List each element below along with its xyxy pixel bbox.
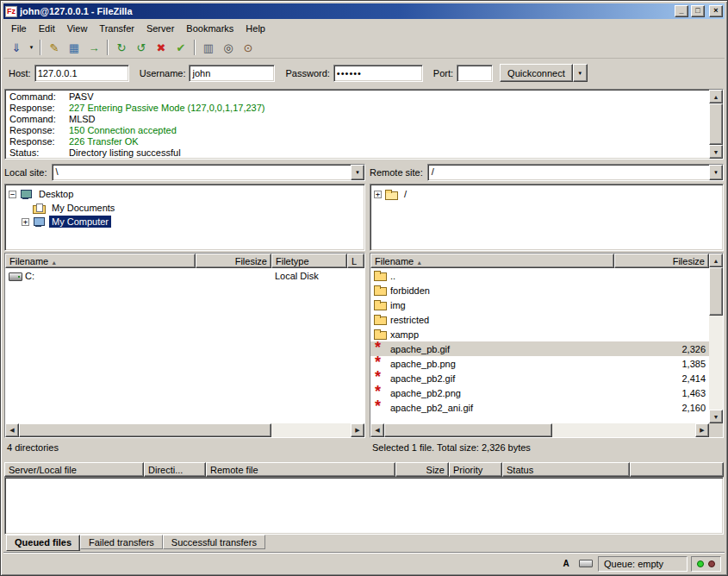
scrollbar-thumb[interactable]: [709, 103, 723, 145]
host-input[interactable]: [34, 65, 129, 82]
column-header-filename[interactable]: Filename: [5, 254, 196, 268]
scroll-up-button[interactable]: [709, 254, 723, 267]
toolbar-separator: [194, 40, 196, 55]
site-manager-icon[interactable]: ✎: [45, 39, 64, 56]
tree-item-label: /: [401, 188, 409, 200]
quickconnect-dropdown-icon[interactable]: [573, 64, 588, 82]
tree-item[interactable]: Desktop: [6, 187, 364, 201]
file-row[interactable]: apache_pb2.png1,463: [370, 385, 709, 400]
column-header-label: Server/Local file: [9, 465, 77, 475]
scroll-down-button[interactable]: [709, 410, 723, 423]
scroll-left-button[interactable]: [5, 423, 19, 437]
scroll-right-button[interactable]: [695, 423, 709, 437]
local-list-body[interactable]: C:Local Disk: [5, 268, 364, 423]
file-name-cell: xampp: [370, 327, 614, 341]
remote-site-combo[interactable]: /: [427, 164, 724, 181]
file-row[interactable]: forbidden: [370, 283, 709, 297]
remote-pane: Remote site: / / FilenameFilesize ..forb…: [370, 161, 724, 456]
menu-item-view[interactable]: View: [61, 21, 94, 36]
menu-item-transfer[interactable]: Transfer: [93, 21, 140, 36]
file-type-cell: Local Disk: [271, 268, 347, 283]
column-header-priority[interactable]: Priority: [449, 462, 502, 477]
local-site-row: Local site: \: [4, 161, 365, 184]
username-input[interactable]: [189, 65, 275, 82]
scrollbar-thumb[interactable]: [709, 267, 723, 316]
file-row[interactable]: restricted: [370, 312, 709, 327]
column-header-filetype[interactable]: Filetype: [271, 254, 347, 268]
file-row[interactable]: xampp: [370, 327, 709, 341]
scrollbar-track: [709, 103, 723, 145]
menu-item-edit[interactable]: Edit: [33, 21, 61, 36]
maximize-button[interactable]: □: [691, 5, 705, 17]
view-listing-icon[interactable]: ▦: [65, 39, 84, 56]
menu-item-file[interactable]: File: [5, 21, 33, 36]
scroll-down-button[interactable]: [709, 145, 723, 159]
port-input[interactable]: [457, 65, 493, 82]
tree-item[interactable]: My Documents: [6, 201, 364, 215]
expand-plus-icon[interactable]: [22, 218, 29, 226]
directory-compare-icon[interactable]: ▥: [199, 39, 218, 56]
app-icon[interactable]: Fz: [5, 6, 17, 17]
remote-list-body[interactable]: ..forbiddenimgrestrictedxamppapache_pb.g…: [370, 268, 709, 423]
file-row[interactable]: img: [370, 297, 709, 312]
refresh-icon[interactable]: ↻: [112, 39, 131, 56]
file-row[interactable]: apache_pb2_ani.gif2,160: [370, 400, 709, 415]
password-input[interactable]: [333, 65, 423, 82]
menu-item-help[interactable]: Help: [240, 21, 271, 36]
close-button[interactable]: ×: [709, 5, 723, 17]
connect-icon[interactable]: ⇓: [7, 39, 26, 56]
column-header-directi[interactable]: Directi...: [144, 462, 206, 477]
file-row[interactable]: apache_pb2.gif2,414: [370, 371, 709, 385]
menu-item-server[interactable]: Server: [140, 21, 180, 36]
dropdown-arrow-icon[interactable]: [709, 165, 723, 180]
tree-item[interactable]: My Computer: [6, 215, 364, 229]
queue-body[interactable]: [4, 477, 724, 535]
process-queue-icon[interactable]: ↺: [132, 39, 151, 56]
transfer-type-indicator[interactable]: A: [558, 557, 574, 571]
log-line: Status:Directory listing successful: [5, 147, 709, 159]
column-header-remote-file[interactable]: Remote file: [206, 462, 395, 477]
column-header-status[interactable]: Status: [502, 462, 630, 477]
column-header-size[interactable]: Size: [395, 462, 449, 477]
expand-plus-icon[interactable]: [374, 191, 382, 198]
drive-icon: [9, 270, 22, 281]
search-icon[interactable]: ◎: [219, 39, 238, 56]
transfer-icon[interactable]: →: [84, 39, 103, 56]
scroll-up-button[interactable]: [709, 90, 723, 103]
tab-successful-transfers[interactable]: Successful transfers: [163, 535, 265, 549]
collapse-minus-icon[interactable]: [9, 191, 16, 198]
column-header-filesize[interactable]: Filesize: [614, 254, 709, 268]
tree-item[interactable]: /: [371, 187, 722, 201]
file-row[interactable]: apache_pb.gif2,326: [370, 341, 709, 356]
file-row[interactable]: ..: [370, 268, 709, 283]
scroll-left-button[interactable]: [370, 423, 384, 437]
verify-icon[interactable]: ✔: [171, 39, 190, 56]
file-row[interactable]: apache_pb.png1,385: [370, 356, 709, 371]
column-header-l[interactable]: L: [347, 254, 364, 268]
local-site-combo[interactable]: \: [52, 164, 365, 181]
quickconnect-bar: Host: Username: Password: Port: Quickcon…: [3, 59, 725, 87]
tab-queued-files[interactable]: Queued files: [6, 535, 80, 551]
tree-item-label: Desktop: [36, 188, 76, 200]
file-name: apache_pb.gif: [390, 344, 450, 354]
password-label: Password:: [285, 68, 329, 78]
minimize-button[interactable]: _: [675, 5, 688, 17]
scroll-right-button[interactable]: [351, 423, 364, 437]
menu-item-bookmarks[interactable]: Bookmarks: [180, 21, 240, 36]
tab-failed-transfers[interactable]: Failed transfers: [80, 535, 163, 549]
column-header-label: Directi...: [148, 465, 183, 475]
quickconnect-button[interactable]: Quickconnect: [500, 64, 573, 82]
column-header-filename[interactable]: Filename: [370, 254, 614, 268]
find-files-icon[interactable]: ⊙: [239, 39, 258, 56]
column-header-filesize[interactable]: Filesize: [196, 254, 271, 268]
dropdown-arrow-icon[interactable]: [351, 165, 364, 180]
scrollbar-thumb[interactable]: [384, 423, 552, 437]
cancel-icon[interactable]: ✖: [152, 39, 171, 56]
connect-dropdown-icon[interactable]: ▼: [27, 39, 36, 56]
file-name: xampp: [390, 329, 419, 340]
column-header-server-local-file[interactable]: Server/Local file: [4, 462, 144, 477]
queue-splitter[interactable]: [3, 456, 725, 462]
keyboard-icon[interactable]: [577, 557, 594, 571]
scrollbar-thumb[interactable]: [19, 423, 271, 437]
file-row[interactable]: C:Local Disk: [5, 268, 364, 283]
